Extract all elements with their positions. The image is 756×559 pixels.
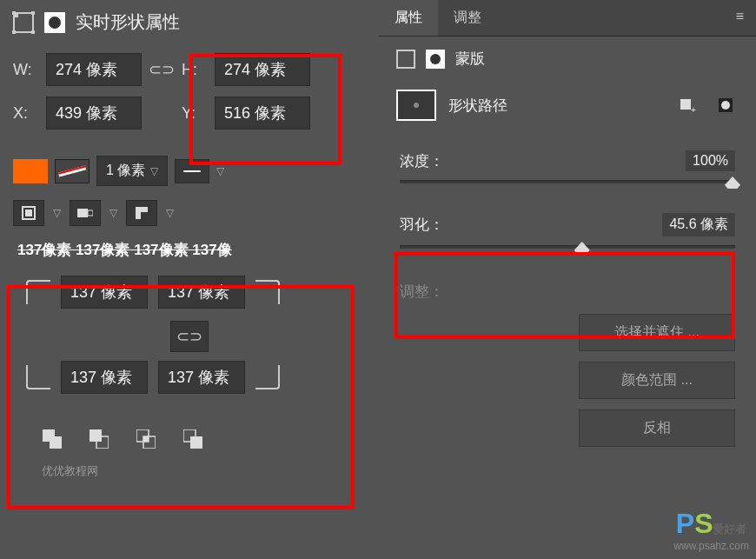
corner-tl-field[interactable]: 137 像素 — [61, 276, 148, 309]
fill-color-swatch[interactable] — [13, 159, 48, 183]
corner-bl-icon — [26, 365, 50, 389]
path-exclude-button[interactable] — [176, 423, 210, 455]
path-label: 形状路径 — [448, 96, 662, 116]
link-wh-icon[interactable]: ⊂⊃ — [149, 60, 175, 79]
density-value[interactable]: 100% — [686, 150, 735, 171]
svg-rect-10 — [143, 436, 149, 442]
stroke-align-button[interactable] — [13, 200, 44, 226]
cap-button[interactable] — [70, 200, 101, 226]
corner-br-icon — [255, 365, 280, 389]
feather-label: 羽化： — [400, 215, 444, 235]
y-field[interactable]: 516 像素 — [215, 96, 310, 130]
svg-point-16 — [721, 101, 730, 110]
color-range-button[interactable]: 颜色范围 ... — [579, 362, 735, 399]
corner-tr-icon — [255, 280, 280, 304]
line-style-dropdown[interactable] — [175, 159, 209, 183]
svg-rect-6 — [90, 429, 102, 442]
x-field[interactable]: 439 像素 — [46, 96, 142, 130]
corner-tr-field[interactable]: 137 像素 — [158, 276, 245, 309]
link-corners-button[interactable]: ⊂⊃ — [170, 321, 209, 352]
svg-rect-2 — [77, 209, 88, 217]
density-slider[interactable] — [400, 180, 735, 183]
chevron-down-icon[interactable]: ▽ — [216, 165, 224, 177]
path-combine-button[interactable] — [35, 423, 70, 455]
mask-small-icon — [426, 50, 445, 69]
panel-title: 实时形状属性 — [76, 10, 180, 34]
svg-rect-1 — [25, 210, 32, 216]
shape-small-icon — [396, 50, 415, 69]
shape-icon — [13, 12, 34, 33]
join-button[interactable] — [126, 200, 157, 226]
svg-rect-5 — [50, 436, 62, 449]
feather-slider[interactable] — [400, 245, 735, 249]
stroke-swatch[interactable] — [55, 159, 90, 183]
panel-menu-icon[interactable]: ≡ — [724, 0, 756, 36]
corner-br-field[interactable]: 137 像素 — [158, 361, 245, 394]
path-intersect-button[interactable] — [129, 423, 163, 455]
x-label: X: — [13, 104, 39, 123]
caption: 优优教程网 — [0, 463, 379, 479]
feather-value[interactable]: 45.6 像素 — [662, 213, 735, 236]
corner-labels: 137像素 137像素 137像素 137像 — [0, 233, 379, 267]
stroke-width-dropdown[interactable]: 1 像素▽ — [96, 156, 168, 186]
corner-tl-icon — [26, 280, 50, 304]
svg-rect-12 — [190, 436, 202, 449]
add-mask-button[interactable]: + — [674, 94, 700, 116]
mask-title: 蒙版 — [455, 49, 485, 69]
svg-rect-3 — [88, 210, 93, 216]
y-label: Y: — [182, 104, 208, 123]
select-mask-button[interactable]: 选择并遮住 ... — [579, 314, 735, 351]
width-label: W: — [13, 61, 39, 79]
tab-adjust[interactable]: 调整 — [438, 0, 497, 36]
svg-text:+: + — [691, 105, 696, 113]
mask-icon — [44, 12, 65, 33]
density-label: 浓度： — [400, 151, 444, 171]
invert-button[interactable]: 反相 — [579, 409, 735, 447]
tab-properties[interactable]: 属性 — [379, 0, 438, 36]
adjust-label: 调整： — [400, 282, 735, 302]
watermark: PS爱好者 www.psahz.com — [673, 508, 749, 552]
width-field[interactable]: 274 像素 — [46, 53, 142, 86]
height-label: H: — [182, 61, 208, 79]
height-field[interactable]: 274 像素 — [215, 53, 310, 86]
svg-rect-13 — [680, 99, 691, 110]
path-thumbnail[interactable] — [396, 90, 436, 121]
corner-bl-field[interactable]: 137 像素 — [61, 361, 148, 394]
path-subtract-button[interactable] — [82, 423, 116, 455]
mask-select-button[interactable] — [713, 94, 739, 116]
